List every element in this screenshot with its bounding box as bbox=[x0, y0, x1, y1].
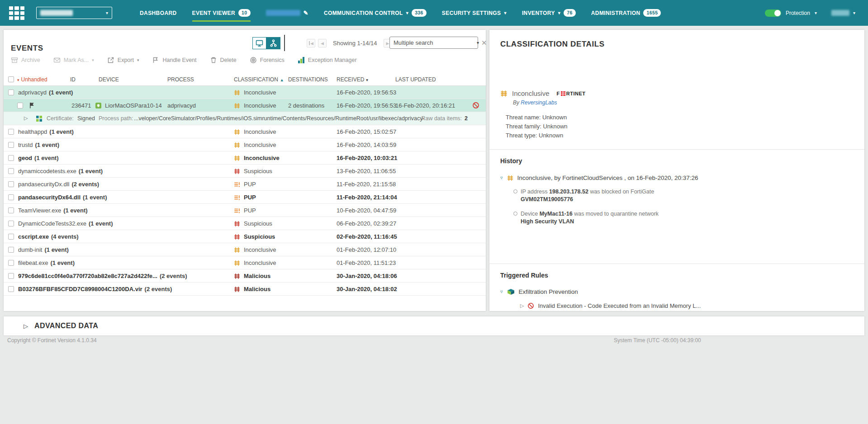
table-row[interactable]: geod(1 event) Inconclusive 16-Feb-2020, … bbox=[4, 151, 486, 165]
search-input[interactable] bbox=[390, 39, 477, 46]
table-row[interactable]: adprivacyd(1 event) Inconclusive 16-Feb-… bbox=[4, 86, 486, 99]
row-checkbox[interactable] bbox=[8, 207, 14, 213]
history-entry-text: Inconclusive, by FortinetCloudServices ,… bbox=[517, 174, 698, 181]
collapse-icon[interactable]: ▿ bbox=[500, 289, 503, 295]
column-id[interactable]: ID bbox=[70, 76, 76, 83]
threat-name-line: Threat name: Unknown bbox=[506, 113, 854, 122]
certificate-value: Signed bbox=[77, 115, 95, 122]
nav-inventory[interactable]: INVENTORY ▾ 76 bbox=[522, 0, 576, 26]
table-row[interactable]: trustd(1 event) Inconclusive 16-Feb-2020… bbox=[4, 138, 486, 151]
process-name-cell: DynamicCodeTests32.exe(1 event) bbox=[18, 220, 113, 227]
table-row[interactable]: TeamViewer.exe(1 event) PUP 10-Feb-2020,… bbox=[4, 204, 486, 217]
row-checkbox[interactable] bbox=[8, 286, 14, 292]
row-checkbox[interactable] bbox=[8, 155, 14, 161]
row-checkbox[interactable] bbox=[8, 273, 14, 279]
export-button[interactable]: Export ▾ bbox=[107, 57, 139, 64]
clear-search-icon[interactable]: ✕ bbox=[481, 39, 487, 47]
export-icon bbox=[107, 57, 114, 64]
process-name-cell: dumb-init(1 event) bbox=[18, 246, 69, 253]
process-name-cell: cscript.exe(4 events) bbox=[18, 233, 79, 240]
device-view-button[interactable] bbox=[252, 37, 266, 49]
column-process[interactable]: PROCESS bbox=[167, 76, 194, 83]
process-name-cell: filebeat.exe(1 event) bbox=[18, 259, 75, 266]
table-row[interactable]: filebeat.exe(1 event) Inconclusive 01-Fe… bbox=[4, 256, 486, 269]
advanced-data-label: ADVANCED DATA bbox=[34, 322, 98, 330]
classification-cell: PUP bbox=[234, 194, 256, 201]
rule-violation[interactable]: ▷ Invalid Execution - Code Executed from… bbox=[520, 302, 854, 309]
user-menu[interactable]: ▾ bbox=[831, 10, 855, 16]
forensics-button[interactable]: Forensics bbox=[250, 57, 285, 64]
event-destinations[interactable]: 2 destinations bbox=[288, 102, 324, 109]
event-device[interactable]: LiorMacOSPara10-14 bbox=[105, 102, 162, 109]
row-checkbox[interactable] bbox=[8, 194, 14, 200]
archive-button[interactable]: Archive bbox=[11, 57, 40, 64]
raw-data-items[interactable]: Raw data items:2 bbox=[421, 115, 468, 122]
nav-dashboard[interactable]: DASHBOARD bbox=[140, 0, 177, 26]
select-all-checkbox[interactable] bbox=[8, 76, 14, 82]
row-checkbox[interactable] bbox=[8, 260, 14, 266]
expanded-event-row[interactable]: 236471 LiorMacOSPara10-14 adprivacyd Inc… bbox=[4, 99, 486, 112]
table-row[interactable]: 979c6de81cc0f4e0a770f720ab82e8c727a2d422… bbox=[4, 269, 486, 283]
fortinet-logo[interactable] bbox=[9, 6, 24, 20]
events-toolbar: Archive Mark As... ▾ Export ▾ Handle Eve… bbox=[11, 57, 357, 64]
sort-desc-icon: ▾ bbox=[366, 78, 368, 82]
column-last-updated[interactable]: LAST UPDATED bbox=[395, 76, 436, 83]
column-unhandled-filter[interactable]: ▾Unhandled bbox=[17, 76, 47, 83]
row-checkbox[interactable] bbox=[8, 142, 14, 148]
row-checkbox[interactable] bbox=[17, 103, 23, 108]
process-name-cell: dynamiccodetests.exe(1 event) bbox=[18, 168, 103, 174]
organization-selector[interactable]: ▾ bbox=[36, 7, 112, 19]
process-view-button[interactable] bbox=[266, 37, 280, 49]
nav-communication-control[interactable]: COMMUNICATION CONTROL ▾ 336 bbox=[324, 0, 427, 26]
threat-type-line: Threat type: Unknown bbox=[506, 131, 854, 140]
reversinglabs-link[interactable]: ReversingLabs bbox=[521, 99, 557, 106]
column-destinations[interactable]: DESTINATIONS bbox=[288, 76, 328, 83]
delete-button[interactable]: Delete bbox=[210, 57, 237, 64]
advanced-data-bar[interactable]: ▷ ADVANCED DATA bbox=[4, 316, 864, 335]
table-row[interactable]: healthappd(1 event) Inconclusive 16-Feb-… bbox=[4, 125, 486, 138]
nav-administration[interactable]: ADMINISTRATION 1655 bbox=[591, 0, 661, 26]
handle-event-button[interactable]: Handle Event bbox=[152, 57, 196, 64]
collapse-icon[interactable]: ▿ bbox=[500, 175, 503, 181]
row-checkbox[interactable] bbox=[8, 129, 14, 135]
table-row[interactable]: dynamiccodetests.exe(1 event) Suspicious… bbox=[4, 165, 486, 178]
row-checkbox[interactable] bbox=[8, 168, 14, 174]
row-checkbox[interactable] bbox=[8, 247, 14, 253]
first-page-button[interactable]: ◀ bbox=[307, 39, 315, 47]
received-cell: 16-Feb-2020, 14:03:59 bbox=[337, 141, 396, 148]
chevron-down-icon[interactable]: ▾ bbox=[477, 40, 479, 45]
row-checkbox[interactable] bbox=[8, 181, 14, 187]
table-row[interactable]: cscript.exe(4 events) Suspicious 02-Feb-… bbox=[4, 230, 486, 243]
table-row[interactable]: pandasecurityDx64.dll(1 event) PUP 11-Fe… bbox=[4, 191, 486, 204]
handled-flag-icon[interactable] bbox=[28, 102, 35, 109]
table-row[interactable]: dumb-init(1 event) Inconclusive 01-Feb-2… bbox=[4, 243, 486, 256]
column-received[interactable]: RECEIVED▾ bbox=[337, 76, 368, 83]
expand-icon[interactable]: ▷ bbox=[24, 115, 28, 121]
table-row[interactable]: DynamicCodeTests32.exe(1 event) Suspicio… bbox=[4, 217, 486, 230]
table-row[interactable]: B03276BFBF85CFDD7C8998004C1200DA.vir(2 e… bbox=[4, 283, 486, 296]
chevron-down-icon[interactable]: ▾ bbox=[815, 11, 817, 15]
history-title: History bbox=[500, 157, 854, 165]
nav-redacted-item[interactable]: ✎ bbox=[266, 0, 308, 26]
column-classification[interactable]: CLASSIFICATION▲ bbox=[234, 76, 284, 83]
triggered-rule[interactable]: ▿ Exfiltration Prevention bbox=[500, 288, 854, 296]
event-id: 236471 bbox=[71, 102, 91, 109]
exception-manager-button[interactable]: Exception Manager bbox=[298, 57, 357, 64]
nav-event-viewer[interactable]: EVENT VIEWER 10 bbox=[192, 0, 251, 26]
process-path-label: Process path: bbox=[99, 115, 133, 122]
expand-icon[interactable]: ▷ bbox=[520, 303, 524, 309]
row-checkbox[interactable] bbox=[8, 221, 14, 226]
prev-page-button[interactable]: ◀ bbox=[318, 39, 327, 47]
row-checkbox[interactable] bbox=[8, 90, 14, 95]
row-checkbox[interactable] bbox=[8, 234, 14, 240]
process-name-cell: healthappd(1 event) bbox=[18, 128, 74, 135]
mark-as-button[interactable]: Mark As... ▾ bbox=[53, 57, 94, 64]
chevron-down-icon: ▾ bbox=[406, 11, 408, 15]
column-device[interactable]: DEVICE bbox=[99, 76, 119, 83]
nav-security-settings[interactable]: SECURITY SETTINGS ▾ bbox=[442, 0, 507, 26]
table-row[interactable]: pandasecurityDx.dll(2 events) PUP 11-Feb… bbox=[4, 178, 486, 191]
process-name-cell: pandasecurityDx.dll(2 events) bbox=[18, 181, 99, 188]
protection-toggle[interactable] bbox=[765, 9, 781, 17]
classification-cell: Suspicious bbox=[234, 220, 272, 227]
inventory-badge: 76 bbox=[564, 9, 575, 17]
